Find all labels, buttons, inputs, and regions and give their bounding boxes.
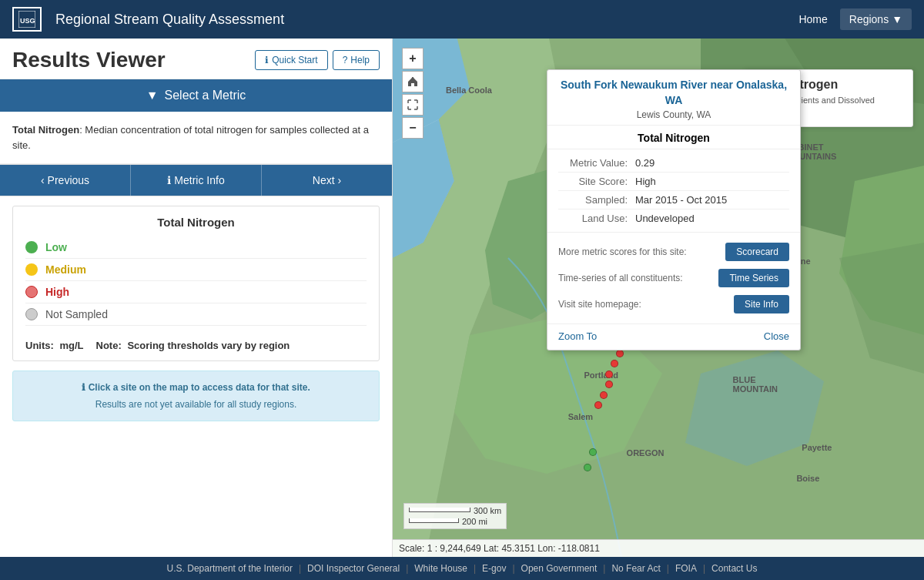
map-dot-6[interactable] xyxy=(616,350,624,357)
svg-text:USGS: USGS xyxy=(20,17,35,25)
sep-6: | xyxy=(667,563,669,574)
popup-county: Lewis County, WA xyxy=(558,109,789,120)
legend-box: Total Nitrogen Low Medium High Not Sampl… xyxy=(12,206,380,361)
popup-action-scorecard: More metric scores for this site: Scorec… xyxy=(558,239,789,265)
scale-mi: 200 mi xyxy=(409,517,501,526)
high-label: High xyxy=(45,286,69,298)
popup-value-metric-value: 0.29 xyxy=(635,157,654,169)
help-button[interactable]: ? Help xyxy=(333,50,380,70)
footer-foia[interactable]: FOIA xyxy=(675,563,697,574)
footer-egov[interactable]: E-gov xyxy=(482,563,506,574)
header: USGS Regional Stream Quality Assessment … xyxy=(0,0,924,39)
scorecard-button[interactable]: Scorecard xyxy=(725,243,789,261)
map-coords: Scale: 1 : 9,244,649 Lat: 45.3151 Lon: -… xyxy=(393,539,924,557)
popup-label-site-score: Site Score: xyxy=(558,176,635,187)
site-title: Regional Stream Quality Assessment xyxy=(55,12,284,28)
map-dot-14[interactable] xyxy=(589,448,597,456)
popup-table: Metric Value: 0.29 Site Score: High Samp… xyxy=(547,149,800,232)
sep-7: | xyxy=(703,563,705,574)
right-arrow-icon: › xyxy=(338,174,342,186)
metric-name: Total Nitrogen xyxy=(12,124,79,136)
select-metric-button[interactable]: ▼ Select a Metric xyxy=(0,79,392,112)
scale-bar: 300 km 200 mi xyxy=(403,503,507,529)
popup-action-siteinfo: Visit site homepage: Site Info xyxy=(558,291,789,317)
map-dot-10[interactable] xyxy=(600,391,608,399)
scale-km: 300 km xyxy=(409,506,501,515)
footer-inspector[interactable]: DOI Inspector General xyxy=(307,563,400,574)
footer-white-house[interactable]: White House xyxy=(414,563,467,574)
results-header: Results Viewer ℹ Quick Start ? Help xyxy=(0,39,392,79)
legend-meta: Units: mg/L Note: Scoring thresholds var… xyxy=(25,334,367,351)
next-button[interactable]: Next › xyxy=(262,165,392,196)
map-dot-8[interactable] xyxy=(605,370,613,378)
results-title: Results Viewer xyxy=(12,48,166,72)
expand-icon xyxy=(407,99,419,111)
popup-action-timeseries: Time-series of all constituents: Time Se… xyxy=(558,265,789,291)
popup-row-sampled: Sampled: Mar 2015 - Oct 2015 xyxy=(558,191,789,210)
nav-buttons: ‹ Previous ℹ Metric Info Next › xyxy=(0,164,392,196)
main-nav: Home Regions ▼ xyxy=(789,8,912,30)
info-icon: ℹ xyxy=(265,55,269,65)
footer-open-gov[interactable]: Open Government xyxy=(521,563,598,574)
legend-title: Total Nitrogen xyxy=(25,216,367,229)
zoom-out-button[interactable]: − xyxy=(402,117,424,139)
popup-value-sampled: Mar 2015 - Oct 2015 xyxy=(635,194,727,206)
logo-area: USGS Regional Stream Quality Assessment xyxy=(12,7,284,32)
home-button[interactable] xyxy=(402,71,424,92)
sep-5: | xyxy=(603,563,605,574)
nav-regions[interactable]: Regions ▼ xyxy=(840,8,912,30)
sep-2: | xyxy=(406,563,408,574)
fullscreen-button[interactable] xyxy=(402,94,424,116)
scale-line-mi xyxy=(409,518,459,523)
nav-home[interactable]: Home xyxy=(789,8,836,30)
legend-item-high: High xyxy=(25,281,367,303)
main-content: Results Viewer ℹ Quick Start ? Help ▼ Se… xyxy=(0,39,924,557)
footer-doi[interactable]: U.S. Department of the Interior xyxy=(167,563,293,574)
site-info-button[interactable]: Site Info xyxy=(734,295,789,313)
legend-item-low: Low xyxy=(25,236,367,259)
site-popup: South Fork Newaukum River near Onalaska,… xyxy=(547,69,801,350)
previous-button[interactable]: ‹ Previous xyxy=(0,165,131,196)
sep-4: | xyxy=(512,563,514,574)
header-buttons: ℹ Quick Start ? Help xyxy=(255,50,380,70)
info-box: ℹ Click a site on the map to access data… xyxy=(12,370,380,421)
not-sampled-dot xyxy=(25,308,38,320)
usgs-icon: USGS xyxy=(18,11,35,28)
map-area[interactable]: FRASER PLATEAU Bella Coola Kelowna Spoka… xyxy=(393,39,924,557)
footer-fear-act[interactable]: No Fear Act xyxy=(611,563,660,574)
note-row: Note: Scoring thresholds vary by region xyxy=(96,340,290,351)
chevron-down-icon: ▼ xyxy=(892,13,902,25)
metric-info-button[interactable]: ℹ Metric Info xyxy=(131,165,262,196)
popup-label-metric-value: Metric Value: xyxy=(558,157,635,169)
legend-item-medium: Medium xyxy=(25,259,367,281)
not-sampled-label: Not Sampled xyxy=(45,308,108,320)
low-dot xyxy=(25,241,38,253)
footer-contact[interactable]: Contact Us xyxy=(711,563,757,574)
popup-row-site-score: Site Score: High xyxy=(558,173,789,191)
zoom-in-button[interactable]: + xyxy=(402,48,424,69)
popup-footer: Zoom To Close xyxy=(547,324,800,350)
popup-row-land-use: Land Use: Undeveloped xyxy=(558,210,789,227)
sep-3: | xyxy=(474,563,476,574)
home-icon xyxy=(407,75,419,88)
metric-description: Total Nitrogen: Median concentration of … xyxy=(0,112,392,164)
popup-metric-title: Total Nitrogen xyxy=(547,126,800,149)
close-link[interactable]: Close xyxy=(764,330,789,342)
info-box-subtitle: Results are not yet available for all st… xyxy=(24,397,368,411)
left-scroll[interactable]: Results Viewer ℹ Quick Start ? Help ▼ Se… xyxy=(0,39,392,557)
medium-dot xyxy=(25,263,38,276)
units-row: Units: mg/L xyxy=(25,340,84,351)
popup-site-name: South Fork Newaukum River near Onalaska,… xyxy=(558,78,789,108)
popup-label-sampled: Sampled: xyxy=(558,194,635,206)
zoom-to-link[interactable]: Zoom To xyxy=(558,330,597,342)
popup-label-land-use: Land Use: xyxy=(558,213,635,224)
high-dot xyxy=(25,286,38,298)
info-circle-icon: ℹ xyxy=(167,174,171,186)
popup-value-site-score: High xyxy=(635,176,656,187)
dropdown-icon: ▼ xyxy=(146,89,159,102)
left-panel: Results Viewer ℹ Quick Start ? Help ▼ Se… xyxy=(0,39,393,557)
quick-start-button[interactable]: ℹ Quick Start xyxy=(255,50,327,70)
info-icon-blue: ℹ xyxy=(82,382,88,393)
time-series-button[interactable]: Time Series xyxy=(718,269,789,287)
question-icon: ? xyxy=(343,55,348,65)
